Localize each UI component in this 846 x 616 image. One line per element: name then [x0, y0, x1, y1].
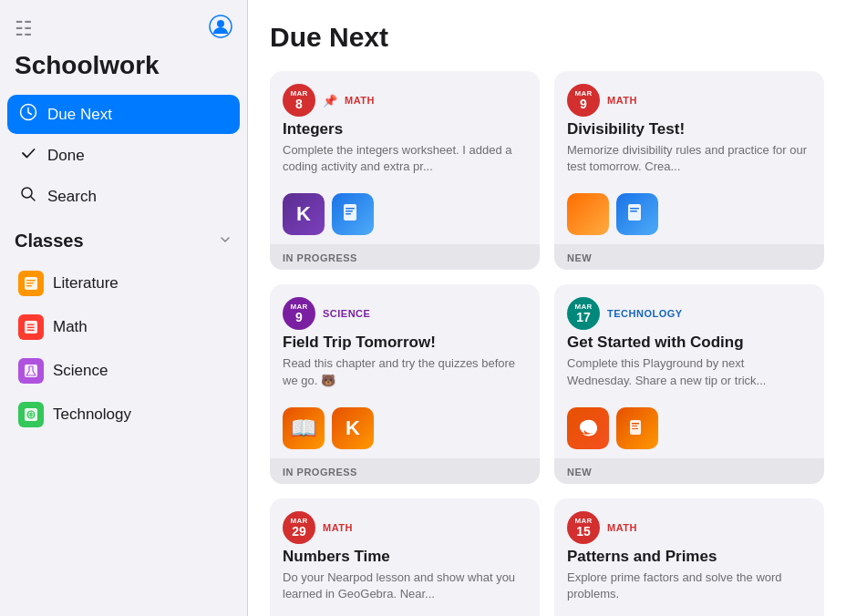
svg-rect-20 [630, 420, 641, 435]
class-item-technology[interactable]: Technology [7, 394, 240, 436]
classes-section: Classes [0, 216, 247, 262]
card-title-integers: Integers [283, 120, 527, 139]
chevron-down-icon[interactable] [218, 232, 232, 251]
svg-rect-23 [632, 428, 638, 429]
sidebar: ☷ Schoolwork Due Next [0, 0, 248, 616]
user-profile-icon[interactable] [209, 15, 232, 44]
card-body-integers: MAR 8 📌 MATH Integers Complete the integ… [270, 71, 540, 184]
app-icon-files [332, 193, 374, 235]
sidebar-toggle-icon[interactable]: ☷ [15, 17, 33, 41]
card-desc-numbers-time: Do your Nearpod lesson and show what you… [283, 570, 527, 602]
card-title-patterns-primes: Patterns and Primes [567, 548, 811, 566]
nav-item-done[interactable]: Done [7, 136, 240, 175]
card-desc-coding: Complete this Playground by next Wednesd… [567, 355, 811, 388]
card-body-divisibility: MAR 9 MATH Divisibility Test! Memorize d… [554, 71, 824, 184]
card-divisibility[interactable]: MAR 9 MATH Divisibility Test! Memorize d… [554, 71, 824, 270]
class-label-literature: Literature [53, 274, 119, 293]
date-badge-numbers-time: MAR 29 [283, 511, 315, 544]
date-badge-divisibility: MAR 9 [567, 84, 600, 117]
svg-rect-17 [628, 204, 641, 221]
card-integers[interactable]: MAR 8 📌 MATH Integers Complete the integ… [270, 71, 540, 270]
card-title-coding: Get Started with Coding [567, 334, 811, 352]
pin-icon: 📌 [323, 94, 337, 108]
nav-item-due-next[interactable]: Due Next [7, 95, 240, 134]
card-subject-row-4: MAR 17 TECHNOLOGY [567, 297, 811, 330]
page-title: Due Next [270, 22, 824, 53]
card-footer-integers: IN PROGRESS [270, 244, 540, 270]
card-coding[interactable]: MAR 17 TECHNOLOGY Get Started with Codin… [554, 284, 824, 483]
app-title: Schoolwork [0, 47, 247, 95]
card-subject-row-6: MAR 15 MATH [567, 511, 811, 544]
nav-item-search[interactable]: Search [7, 177, 240, 216]
svg-rect-14 [346, 208, 355, 210]
card-subject-divisibility: MATH [607, 95, 637, 106]
class-label-technology: Technology [53, 406, 131, 424]
card-subject-field-trip: SCIENCE [323, 308, 370, 319]
class-item-science[interactable]: Science [7, 350, 240, 392]
nav-list: Due Next Done Search [0, 95, 247, 216]
card-body-field-trip: MAR 9 SCIENCE Field Trip Tomorrow! Read … [270, 284, 540, 397]
science-icon [18, 358, 44, 384]
card-numbers-time[interactable]: MAR 29 MATH Numbers Time Do your Nearpod… [270, 498, 540, 616]
card-body-patterns-primes: MAR 15 MATH Patterns and Primes Explore … [554, 498, 824, 611]
svg-point-1 [217, 20, 224, 27]
class-item-math[interactable]: ☰ Math [7, 306, 240, 348]
card-title-numbers-time: Numbers Time [283, 548, 527, 566]
technology-icon [18, 402, 44, 427]
svg-point-3 [22, 188, 32, 198]
card-subject-coding: TECHNOLOGY [607, 308, 683, 319]
card-subject-row-5: MAR 29 MATH [283, 511, 527, 544]
card-title-field-trip: Field Trip Tomorrow! [283, 334, 527, 352]
card-body-coding: MAR 17 TECHNOLOGY Get Started with Codin… [554, 284, 824, 397]
cards-grid: MAR 8 📌 MATH Integers Complete the integ… [270, 71, 824, 616]
card-footer-coding: NEW [554, 458, 824, 484]
svg-rect-7 [26, 285, 32, 287]
card-desc-patterns-primes: Explore prime factors and solve the word… [567, 570, 811, 602]
card-apps-patterns-primes: IXL IXL [554, 611, 824, 616]
svg-rect-18 [630, 208, 639, 210]
app-icon-orange-k: K [332, 407, 374, 449]
nav-label-due-next: Due Next [47, 106, 112, 124]
nav-label-done: Done [47, 147, 85, 165]
app-icon-book: 📖 [283, 407, 325, 449]
svg-rect-21 [632, 423, 639, 425]
date-badge-patterns-primes: MAR 15 [567, 511, 600, 544]
search-icon [18, 185, 38, 208]
app-icon-files2 [616, 193, 658, 235]
nav-label-search: Search [47, 188, 97, 206]
card-patterns-primes[interactable]: MAR 15 MATH Patterns and Primes Explore … [554, 498, 824, 616]
date-badge-coding: MAR 17 [567, 297, 600, 330]
literature-icon [18, 271, 44, 296]
card-apps-coding [554, 398, 824, 458]
card-status-divisibility: NEW [567, 252, 592, 263]
card-subject-row-3: MAR 9 SCIENCE [283, 297, 527, 330]
app-icon-gradient [567, 193, 609, 235]
card-subject-numbers-time: MATH [323, 522, 353, 533]
card-apps-numbers-time: IXL [270, 611, 540, 616]
class-list: Literature ☰ Math Science [0, 262, 247, 436]
card-footer-divisibility: NEW [554, 244, 824, 270]
checkmark-icon [18, 144, 38, 167]
card-status-integers: IN PROGRESS [283, 252, 357, 263]
date-badge-field-trip: MAR 9 [283, 297, 315, 330]
class-label-math: Math [53, 318, 88, 336]
card-subject-row: MAR 8 📌 MATH [283, 84, 527, 117]
svg-rect-22 [632, 426, 637, 426]
svg-rect-15 [346, 210, 353, 212]
app-icon-k: K [283, 193, 325, 235]
clock-icon [18, 103, 38, 126]
date-badge-integers: MAR 8 [283, 84, 315, 117]
classes-header: Classes [15, 231, 232, 252]
card-field-trip[interactable]: MAR 9 SCIENCE Field Trip Tomorrow! Read … [270, 284, 540, 483]
card-title-divisibility: Divisibility Test! [567, 120, 811, 139]
app-icon-pages [616, 407, 658, 449]
card-status-coding: NEW [567, 467, 592, 477]
card-subject-row-2: MAR 9 MATH [567, 84, 811, 117]
svg-rect-6 [26, 282, 34, 284]
main-content: Due Next MAR 8 📌 MATH Integers Complete … [248, 0, 846, 616]
svg-rect-5 [26, 280, 36, 282]
card-subject-integers: MATH [345, 95, 375, 106]
class-item-literature[interactable]: Literature [7, 262, 240, 304]
sidebar-top: ☷ [0, 0, 247, 47]
card-apps-integers: K [270, 184, 540, 244]
